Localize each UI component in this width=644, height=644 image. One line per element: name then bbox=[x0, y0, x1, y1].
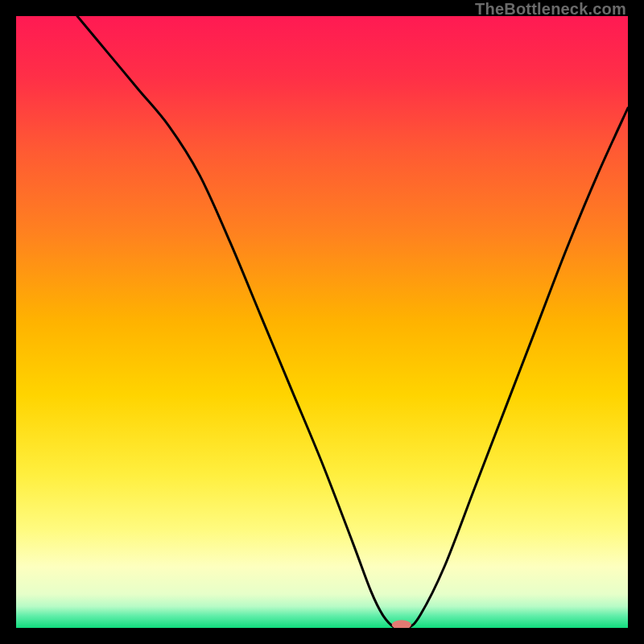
chart-frame: TheBottleneck.com bbox=[0, 0, 644, 644]
chart-svg bbox=[16, 16, 628, 628]
plot-area bbox=[16, 16, 628, 628]
gradient-background bbox=[16, 16, 628, 628]
